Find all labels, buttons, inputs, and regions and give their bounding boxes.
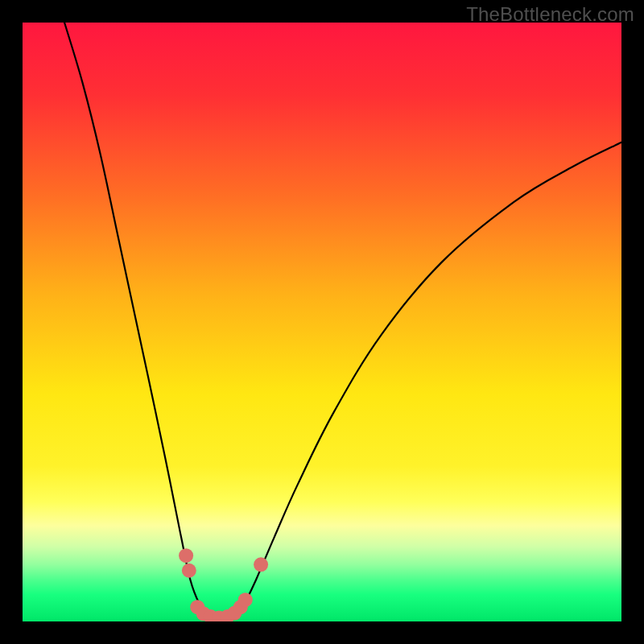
marker-dot xyxy=(254,557,268,572)
marker-dot xyxy=(179,548,193,563)
gradient-background xyxy=(23,23,621,621)
watermark-text: TheBottleneck.com xyxy=(466,3,634,26)
marker-dot xyxy=(182,564,196,578)
marker-dot xyxy=(238,592,253,607)
chart-svg xyxy=(23,23,621,621)
plot-area xyxy=(23,23,621,621)
chart-frame: TheBottleneck.com xyxy=(0,0,644,644)
